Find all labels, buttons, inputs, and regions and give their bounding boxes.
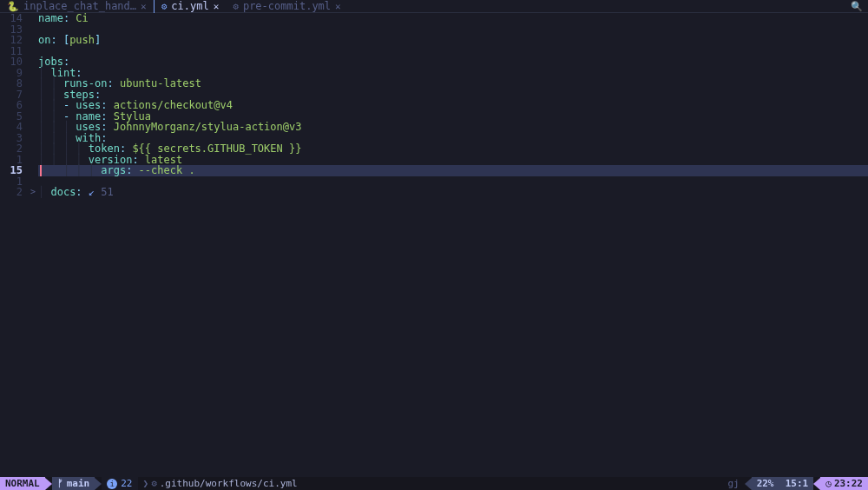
line-number: 2 xyxy=(0,143,23,155)
chevron-icon: ❯ xyxy=(143,478,149,489)
token-key: on xyxy=(38,34,50,46)
tab-label: ci.yml xyxy=(171,0,208,12)
fold-marker xyxy=(28,176,38,188)
separator-icon xyxy=(95,478,102,490)
fold-marker xyxy=(28,122,38,133)
token-indent: │ │ │ xyxy=(38,164,101,176)
token-punct: : [ xyxy=(50,34,69,46)
token-punct: : xyxy=(63,12,76,24)
code-line[interactable]: │ │ │ args: --check . xyxy=(38,165,868,176)
token-punct: : xyxy=(107,77,119,89)
tab-label: pre-commit.yml xyxy=(243,0,331,12)
tab-inplace-chat[interactable]: 🐍 inplace_chat_hand… ✕ xyxy=(0,0,154,13)
encoding: gj xyxy=(722,477,744,490)
token-key: name xyxy=(38,12,63,24)
gear-icon: ⚙ xyxy=(151,478,157,489)
line-number: 10 xyxy=(0,56,23,68)
token-key: args xyxy=(101,164,126,176)
diag-count: 22 xyxy=(121,478,132,489)
token-str: --check . xyxy=(139,164,195,176)
token-fold-arrow: ↙ xyxy=(89,186,95,198)
code-line[interactable]: │ docs: ↙ 51 xyxy=(38,187,868,198)
fold-marker xyxy=(28,56,38,68)
close-icon[interactable]: ✕ xyxy=(141,1,147,12)
tab-label: inplace_chat_hand… xyxy=(23,0,136,12)
separator-icon xyxy=(45,478,52,490)
line-number: 2 xyxy=(0,187,23,198)
fold-marker xyxy=(28,46,38,57)
separator-icon xyxy=(745,478,752,490)
time-text: 23:22 xyxy=(834,478,863,489)
token-punct: : xyxy=(76,186,88,198)
status-line: NORMAL ᚠ main i 22 ❯ ⚙ .github/workflows… xyxy=(0,477,868,490)
line-number: 8 xyxy=(0,78,23,89)
diagnostics: i 22 xyxy=(102,477,137,490)
line-number: 15 xyxy=(0,165,23,176)
file-path: ❯ ⚙ .github/workflows/ci.yml xyxy=(138,477,303,490)
path-text: .github/workflows/ci.yml xyxy=(160,478,298,489)
mode-indicator: NORMAL xyxy=(0,477,45,490)
token-punct: ] xyxy=(95,34,101,46)
clock-icon: ◷ xyxy=(825,478,832,489)
fold-marker xyxy=(28,13,38,24)
token-str: push xyxy=(69,34,95,46)
token-str: ubuntu-latest xyxy=(120,77,201,89)
fold-marker xyxy=(28,155,38,166)
fold-marker xyxy=(28,165,38,176)
code-line[interactable]: │ │ runs-on: ubuntu-latest xyxy=(38,78,868,89)
branch-name: main xyxy=(67,478,90,489)
gear-icon: ⚙ xyxy=(233,1,239,12)
code-line[interactable]: on: [push] xyxy=(38,35,868,46)
fold-marker xyxy=(28,133,38,144)
tab-pre-commit[interactable]: ⚙ pre-commit.yml ✕ xyxy=(226,0,347,13)
line-gutter: 14131211109876543211512 xyxy=(0,13,28,477)
token-punct: : xyxy=(126,164,138,176)
code-line[interactable]: jobs: xyxy=(38,56,868,68)
code-line[interactable] xyxy=(38,46,868,57)
fold-marker xyxy=(28,89,38,101)
fold-marker xyxy=(28,100,38,111)
tab-bar: 🐍 inplace_chat_hand… ✕ ⚙ ci.yml ✕ ⚙ pre-… xyxy=(0,0,868,13)
fold-marker xyxy=(28,78,38,89)
editor-area[interactable]: 14131211109876543211512 > name: Cion: [p… xyxy=(0,13,868,477)
branch-icon: ᚠ xyxy=(57,478,63,489)
clock: ◷ 23:22 xyxy=(820,477,868,490)
code-line[interactable] xyxy=(38,24,868,36)
fold-marker xyxy=(28,111,38,122)
fold-marker xyxy=(28,143,38,155)
search-icon[interactable]: 🔍 xyxy=(845,1,868,12)
fold-marker xyxy=(28,24,38,36)
token-fold-txt: 51 xyxy=(95,186,114,198)
code-area[interactable]: name: Cion: [push]jobs:│ lint:│ │ runs-o… xyxy=(38,13,868,477)
code-line[interactable]: name: Ci xyxy=(38,13,868,24)
tab-ci-yml[interactable]: ⚙ ci.yml ✕ xyxy=(155,0,227,13)
token-str: JohnnyMorganz/stylua-action@v3 xyxy=(114,121,302,133)
code-line[interactable] xyxy=(38,176,868,188)
code-line[interactable]: │ │ │ uses: JohnnyMorganz/stylua-action@… xyxy=(38,122,868,133)
token-str: Ci xyxy=(76,12,88,24)
line-number: 6 xyxy=(0,100,23,111)
gear-icon: ⚙ xyxy=(161,1,168,12)
git-branch: ᚠ main xyxy=(52,477,95,490)
line-number: 14 xyxy=(0,13,23,24)
scroll-percent: 22% 15:1 xyxy=(752,477,814,490)
fold-marker[interactable]: > xyxy=(28,187,38,198)
fold-marker xyxy=(28,35,38,46)
info-icon: i xyxy=(107,479,117,489)
close-icon[interactable]: ✕ xyxy=(335,1,341,12)
token-indent: │ xyxy=(38,186,50,198)
separator-icon xyxy=(813,478,820,490)
fold-column: > xyxy=(28,13,38,477)
fold-marker xyxy=(28,68,38,79)
line-number: 12 xyxy=(0,35,23,46)
line-number: 4 xyxy=(0,122,23,133)
token-key: docs xyxy=(50,186,76,198)
python-icon: 🐍 xyxy=(7,1,19,12)
close-icon[interactable]: ✕ xyxy=(214,1,220,12)
code-line[interactable]: │ │ - uses: actions/checkout@v4 xyxy=(38,100,868,111)
